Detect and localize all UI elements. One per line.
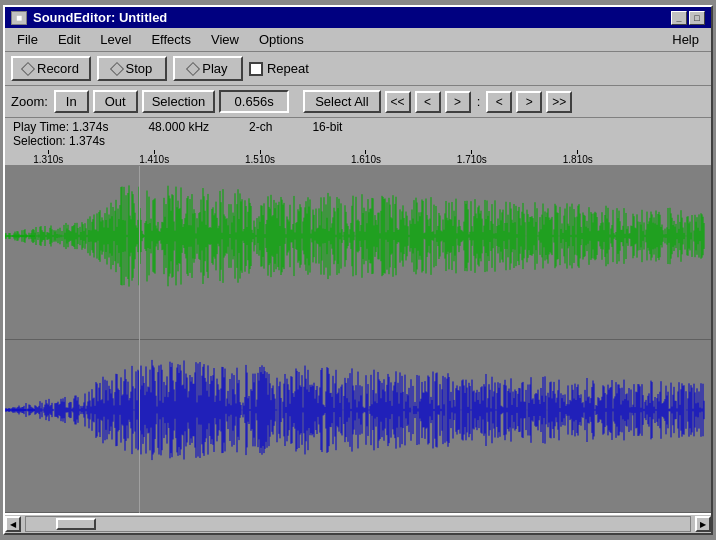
scroll-thumb[interactable] [56, 518, 96, 530]
menu-effects[interactable]: Effects [143, 30, 199, 49]
play-button[interactable]: Play [173, 56, 243, 81]
nav-next2-button[interactable]: > [516, 91, 542, 113]
stop-button[interactable]: Stop [97, 56, 167, 81]
maximize-button[interactable]: □ [689, 11, 705, 25]
track-1[interactable] [5, 166, 711, 340]
bits-status: 16-bit [312, 120, 342, 134]
record-button[interactable]: Record [11, 56, 91, 81]
bottom-bar: ◀ ▶ [5, 513, 711, 533]
status-bar: Play Time: 1.374s 48.000 kHz 2-ch 16-bit… [5, 118, 711, 150]
nav-prev2-button[interactable]: < [486, 91, 512, 113]
ruler-mark-2: 1.410s [139, 150, 169, 165]
selection-status: Selection: 1.374s [13, 134, 105, 148]
nav-ff-button[interactable]: >> [546, 91, 572, 113]
menu-level[interactable]: Level [92, 30, 139, 49]
track-2[interactable] [5, 340, 711, 514]
nav-prev-button[interactable]: < [415, 91, 441, 113]
repeat-label: Repeat [267, 61, 309, 76]
playhead [139, 166, 140, 513]
play-icon [186, 61, 200, 75]
scroll-right-button[interactable]: ▶ [695, 516, 711, 532]
zoom-bar: Zoom: In Out Selection 0.656s Select All… [5, 86, 711, 118]
menu-options[interactable]: Options [251, 30, 312, 49]
horizontal-scrollbar[interactable] [25, 516, 691, 532]
toolbar: Record Stop Play Repeat [5, 52, 711, 86]
window-title: SoundEditor: Untitled [33, 10, 167, 25]
main-window: ■ SoundEditor: Untitled _ □ File Edit Le… [3, 5, 713, 535]
nav-rewind-button[interactable]: << [385, 91, 411, 113]
freq-status: 48.000 kHz [148, 120, 209, 134]
channels-status: 2-ch [249, 120, 272, 134]
menu-file[interactable]: File [9, 30, 46, 49]
menu-bar: File Edit Level Effects View Options Hel… [5, 28, 711, 52]
menu-view[interactable]: View [203, 30, 247, 49]
zoom-selection-button[interactable]: Selection [142, 90, 215, 113]
record-icon [21, 61, 35, 75]
title-bar: ■ SoundEditor: Untitled _ □ [5, 7, 711, 28]
waveform-canvas-2 [5, 340, 705, 480]
scroll-left-button[interactable]: ◀ [5, 516, 21, 532]
ruler-marks: 1.310s 1.410s 1.510s 1.610s 1.710s 1.810… [5, 150, 711, 165]
menu-edit[interactable]: Edit [50, 30, 88, 49]
select-all-button[interactable]: Select All [303, 90, 380, 113]
zoom-out-button[interactable]: Out [93, 90, 138, 113]
time-ruler: 1.310s 1.410s 1.510s 1.610s 1.710s 1.810… [5, 150, 711, 166]
repeat-checkbox-area[interactable]: Repeat [249, 61, 309, 76]
waveform-container: 1.310s 1.410s 1.510s 1.610s 1.710s 1.810… [5, 150, 711, 513]
system-menu[interactable]: ■ [11, 11, 27, 25]
ruler-mark-3: 1.510s [245, 150, 275, 165]
waveform-canvas-1 [5, 166, 705, 306]
nav-next-button[interactable]: > [445, 91, 471, 113]
stop-icon [109, 61, 123, 75]
play-time-status: Play Time: 1.374s [13, 120, 108, 134]
ruler-mark-5: 1.710s [457, 150, 487, 165]
zoom-in-button[interactable]: In [54, 90, 89, 113]
zoom-label: Zoom: [11, 94, 48, 109]
ruler-mark-6: 1.810s [563, 150, 593, 165]
waveform-tracks [5, 166, 711, 513]
ruler-mark-4: 1.610s [351, 150, 381, 165]
menu-help[interactable]: Help [664, 30, 707, 49]
minimize-button[interactable]: _ [671, 11, 687, 25]
ruler-mark-1: 1.310s [33, 150, 63, 165]
repeat-checkbox[interactable] [249, 62, 263, 76]
zoom-value: 0.656s [219, 90, 289, 113]
